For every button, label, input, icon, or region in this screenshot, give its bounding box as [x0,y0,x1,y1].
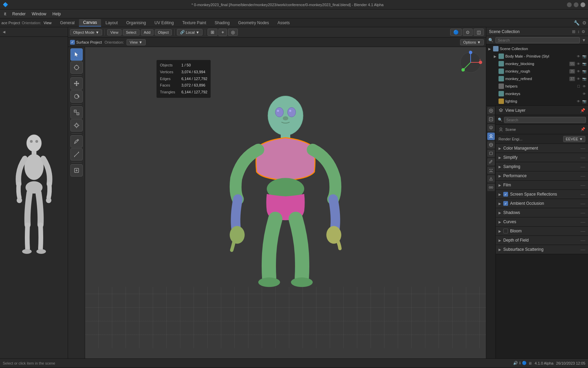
visibility-icon[interactable]: 👁 [576,99,581,104]
filter-options-icon[interactable]: ▼ [582,38,586,43]
outliner-item-monkey-blocking[interactable]: monkey_blocking 55 👁 📷 [486,60,588,67]
maximize-button[interactable] [574,2,578,7]
add-icon[interactable]: — [581,237,585,243]
render-icon[interactable]: 📷 [582,69,587,74]
add-icon[interactable]: — [581,155,585,160]
menu-help[interactable]: Help [50,11,64,17]
render-icon[interactable]: 📷 [582,99,587,104]
world-props-icon[interactable] [487,141,495,149]
object-menu[interactable]: Object [155,29,172,35]
object-mode-dropdown[interactable]: Object Mode ▼ [70,29,102,35]
physics-props-icon[interactable] [487,175,495,183]
select-menu[interactable]: Select [123,29,140,35]
constraints-props-icon[interactable] [487,184,495,191]
viewport-gizmo[interactable]: X Y Z [459,50,483,74]
tab-canvas[interactable]: Canvas [79,19,101,27]
film-header[interactable]: ▶ Film — [496,181,588,189]
menu-it[interactable]: it [1,11,9,17]
screen-icon[interactable]: 🖥 [528,361,532,365]
output-props-icon[interactable] [487,116,495,123]
render-icon[interactable]: 📷 [582,76,587,81]
visibility-icon[interactable]: 👁 [582,91,587,96]
render-engine-dropdown[interactable]: EEVEE ▼ [563,136,585,142]
outliner-item-camera[interactable]: Camera.wip 👁 [486,105,588,105]
xray-toggle[interactable]: ◫ [474,29,484,36]
add-icon[interactable]: — [581,182,585,188]
pin-scene-icon[interactable]: 📌 [581,127,585,132]
tab-layout[interactable]: Layout [101,19,122,26]
visibility-icon[interactable]: 👁 [576,61,581,66]
annotate-tool[interactable] [70,135,83,148]
tab-uv-editing[interactable]: UV Editing [150,19,178,26]
view-layer-props-icon[interactable] [487,124,495,132]
outliner-item-body-male[interactable]: ▶ Body Male - Primitive (Styl 👁 📷 [486,52,588,60]
outliner-search-input[interactable] [495,37,580,43]
outliner-item-helpers[interactable]: helpers ☐ 👁 [486,82,588,90]
add-icon[interactable]: — [581,247,585,252]
snap-options[interactable]: ⌖ [218,29,227,36]
curves-header[interactable]: ▶ Curves — [496,217,588,226]
proportional-edit[interactable]: ◎ [228,29,238,36]
info-icon[interactable]: ℹ [519,361,521,365]
sort-icon[interactable]: ↕ [577,29,579,34]
options-dropdown[interactable]: Options ▼ [460,39,484,45]
minimize-button[interactable] [567,2,572,7]
menu-render[interactable]: Render [10,11,28,17]
simplify-header[interactable]: ▶ Simplify — [496,153,588,162]
surface-project-checkbox[interactable]: ✓ [70,40,75,45]
checkbox-icon[interactable]: ☐ [576,84,581,89]
tab-general[interactable]: General [56,19,79,26]
ssr-checkbox[interactable]: ✓ [503,192,508,197]
scale-tool[interactable] [70,106,83,119]
add-icon[interactable]: — [581,164,585,169]
render-props-icon[interactable] [487,107,495,114]
outliner-item-monkey-rough[interactable]: monkey_rough 35 👁 📷 [486,67,588,75]
add-icon[interactable]: — [581,201,585,206]
close-button[interactable] [581,2,585,7]
add-menu[interactable]: Add [141,29,154,35]
add-icon[interactable]: — [581,191,585,197]
bloom-checkbox[interactable] [503,229,508,233]
speaker-icon[interactable]: 🔊 [513,361,518,365]
object-props-icon[interactable] [487,150,495,157]
add-icon[interactable]: — [581,228,585,234]
render-icon[interactable]: 📷 [582,61,587,66]
cursor-tool[interactable] [70,61,83,74]
color-management-header[interactable]: ▶ Color Management — [496,144,588,153]
particles-props-icon[interactable] [487,167,495,174]
menu-window[interactable]: Window [29,11,49,17]
add-cube-tool[interactable] [70,164,83,177]
tab-texture-paint[interactable]: Texture Paint [178,19,210,26]
rotate-tool[interactable] [70,90,83,103]
add-icon[interactable]: — [581,145,585,151]
render-icon[interactable]: 📷 [582,54,587,59]
sampling-header[interactable]: ▶ Sampling — [496,162,588,171]
viewport-overlays[interactable]: ⊙ [463,29,473,36]
outliner-item-monkeys[interactable]: monkeys 👁 [486,90,588,97]
add-icon[interactable]: — [581,219,585,225]
ssr-header[interactable]: ▶ ✓ Screen Space Reflections — [496,190,588,199]
orientation-dropdown[interactable]: View ▼ [127,39,146,45]
subsurface-header[interactable]: ▶ Subsurface Scattering — [496,245,588,254]
outliner-item-scene-collection[interactable]: ▶ Scene Collection [486,45,588,52]
add-icon[interactable]: — [581,173,585,179]
filter-icon[interactable]: ⊞ [572,29,575,34]
visibility-icon[interactable]: 👁 [576,54,581,59]
modifier-props-icon[interactable] [487,158,495,166]
viewport-3d[interactable]: Objects 1 / 50 Vertices 3,074 / 63,994 E… [85,47,486,358]
surface-project-check[interactable]: ✓ Surface Project [70,40,102,45]
measure-tool[interactable] [70,148,83,160]
move-tool[interactable] [70,77,83,90]
performance-header[interactable]: ▶ Performance — [496,171,588,180]
bloom-header[interactable]: ▶ Bloom — [496,227,588,235]
shadows-header[interactable]: ▶ Shadows — [496,208,588,217]
settings-icon[interactable]: ⚙ [582,29,585,34]
transform-tool[interactable] [70,119,83,132]
ao-header[interactable]: ▶ ✓ Ambient Occlusion — [496,199,588,208]
ao-checkbox[interactable]: ✓ [503,201,508,206]
scene-props-icon[interactable] [487,133,495,140]
add-icon[interactable]: — [581,210,585,215]
visibility-icon[interactable]: 👁 [576,69,581,74]
tab-organising[interactable]: Organising [122,19,150,26]
viewport-shading[interactable]: 🔵 [450,29,462,36]
